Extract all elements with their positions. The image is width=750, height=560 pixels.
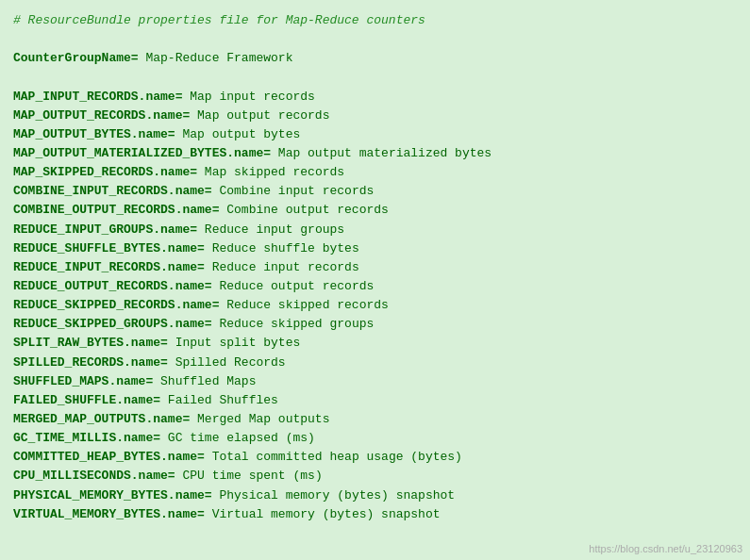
properties-line: REDUCE_OUTPUT_RECORDS.name= Reduce outpu… [13,277,737,296]
properties-line: COMBINE_INPUT_RECORDS.name= Combine inpu… [13,182,737,201]
property-key: VIRTUAL_MEMORY_BYTES.name= [13,507,205,521]
watermark: https://blog.csdn.net/u_23120963 [589,543,742,554]
property-value: Merged Map outputs [197,412,329,426]
property-value: Spilled Records [175,355,286,370]
property-spacer [153,374,160,388]
code-viewer: # ResourceBundle properties file for Map… [0,0,750,560]
properties-line: MERGED_MAP_OUTPUTS.name= Merged Map outp… [13,410,737,429]
properties-line: REDUCE_INPUT_RECORDS.name= Reduce input … [13,258,737,277]
property-value: Reduce input records [212,260,359,274]
property-key: SHUFFLED_MAPS.name= [13,374,153,388]
properties-line: CounterGroupName= Map-Reduce Framework [13,49,737,68]
property-value: Combine input records [219,184,374,198]
properties-line: MAP_OUTPUT_BYTES.name= Map output bytes [13,125,737,144]
property-key: REDUCE_INPUT_RECORDS.name= [13,260,205,274]
property-key: REDUCE_OUTPUT_RECORDS.name= [13,279,212,293]
property-key: REDUCE_SKIPPED_RECORDS.name= [13,298,219,312]
property-key: PHYSICAL_MEMORY_BYTES.name= [13,488,212,502]
properties-line: MAP_OUTPUT_RECORDS.name= Map output reco… [13,107,737,125]
property-value: Map output records [197,108,329,123]
property-value: Combine output records [226,203,389,217]
properties-line: REDUCE_SHUFFLE_BYTES.name= Reduce shuffl… [13,239,737,258]
property-spacer [197,165,205,179]
property-value: Map skipped records [205,165,344,179]
property-value: Physical memory (bytes) snapshot [219,488,455,502]
property-key: REDUCE_SHUFFLE_BYTES.name= [13,241,205,255]
comment-line: # ResourceBundle properties file for Map… [13,11,737,30]
property-spacer [168,355,175,370]
property-value: Failed Shuffles [168,393,278,407]
properties-line: VIRTUAL_MEMORY_BYTES.name= Virtual memor… [13,505,737,524]
properties-line: FAILED_SHUFFLE.name= Failed Shuffles [13,391,737,410]
property-spacer [197,222,205,237]
property-key: MAP_INPUT_RECORDS.name= [13,90,182,104]
property-key: SPLIT_RAW_BYTES.name= [13,336,168,350]
property-spacer [205,450,212,464]
property-value: Total committed heap usage (bytes) [212,450,462,464]
property-spacer [205,241,212,255]
properties-line: MAP_INPUT_RECORDS.name= Map input record… [13,88,737,107]
properties-line: REDUCE_SKIPPED_GROUPS.name= Reduce skipp… [13,315,737,334]
property-key: REDUCE_INPUT_GROUPS.name= [13,222,197,237]
properties-line: REDUCE_INPUT_GROUPS.name= Reduce input g… [13,221,737,239]
property-key: GC_TIME_MILLIS.name= [13,431,160,445]
property-spacer [205,260,212,274]
property-spacer [160,393,168,407]
property-key: CounterGroupName= [13,51,139,65]
properties-line: SPILLED_RECORDS.name= Spilled Records [13,354,737,372]
properties-line [13,68,737,87]
property-spacer [271,146,278,160]
properties-line: COMBINE_OUTPUT_RECORDS.name= Combine out… [13,201,737,220]
property-value: CPU time spent (ms) [182,469,322,483]
properties-line: REDUCE_SKIPPED_RECORDS.name= Reduce skip… [13,296,737,315]
properties-line: SPLIT_RAW_BYTES.name= Input split bytes [13,334,737,353]
property-value: Map output materialized bytes [278,146,492,160]
property-key: COMBINE_OUTPUT_RECORDS.name= [13,203,219,217]
property-spacer [190,108,197,123]
property-value: GC time elapsed (ms) [168,431,315,445]
properties-line: PHYSICAL_MEMORY_BYTES.name= Physical mem… [13,486,737,505]
property-value: Map output bytes [182,127,300,141]
property-key: COMMITTED_HEAP_BYTES.name= [13,450,205,464]
property-key: REDUCE_SKIPPED_GROUPS.name= [13,317,212,331]
property-value: Virtual memory (bytes) snapshot [212,507,441,521]
property-value: Shuffled Maps [160,374,256,388]
properties-line: COMMITTED_HEAP_BYTES.name= Total committ… [13,448,737,467]
property-value: Input split bytes [175,336,301,350]
properties-line: MAP_OUTPUT_MATERIALIZED_BYTES.name= Map … [13,144,737,163]
property-key: MERGED_MAP_OUTPUTS.name= [13,412,190,426]
property-spacer [160,431,168,445]
property-value: Reduce skipped records [226,298,389,312]
property-spacer [190,412,197,426]
property-value: Map-Reduce Framework [145,51,292,65]
property-spacer [205,507,212,521]
properties-line: MAP_SKIPPED_RECORDS.name= Map skipped re… [13,163,737,182]
property-value: Reduce input groups [205,222,344,237]
properties-line: SHUFFLED_MAPS.name= Shuffled Maps [13,372,737,391]
property-key: MAP_OUTPUT_RECORDS.name= [13,108,190,123]
properties-line: GC_TIME_MILLIS.name= GC time elapsed (ms… [13,429,737,448]
properties-line: CPU_MILLISECONDS.name= CPU time spent (m… [13,467,737,486]
property-key: MAP_OUTPUT_MATERIALIZED_BYTES.name= [13,146,271,160]
property-value: Reduce output records [219,279,374,293]
property-value: Reduce skipped groups [219,317,374,331]
property-key: COMBINE_INPUT_RECORDS.name= [13,184,212,198]
property-value: Map input records [190,90,315,104]
property-key: MAP_SKIPPED_RECORDS.name= [13,165,197,179]
property-key: MAP_OUTPUT_BYTES.name= [13,127,175,141]
property-key: FAILED_SHUFFLE.name= [13,393,160,407]
property-value: Reduce shuffle bytes [212,241,359,255]
property-key: CPU_MILLISECONDS.name= [13,469,175,483]
property-spacer [168,336,175,350]
property-key: SPILLED_RECORDS.name= [13,355,168,370]
